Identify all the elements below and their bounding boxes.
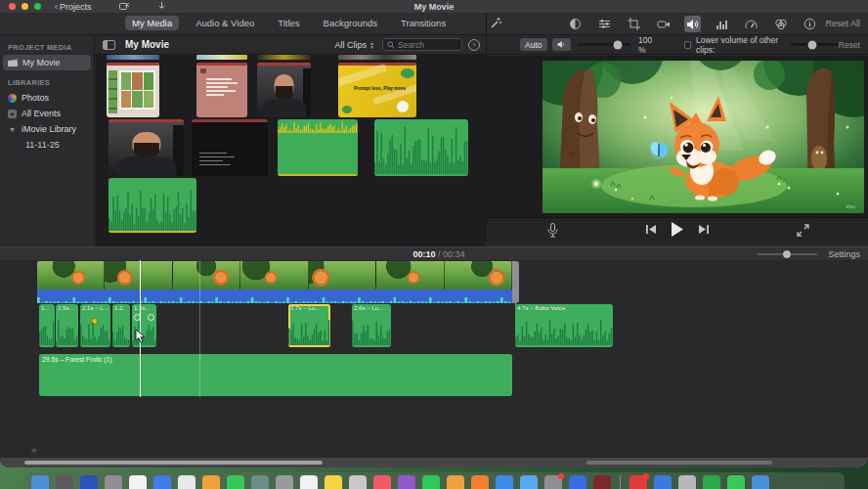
search-input[interactable]: Search <box>382 38 462 51</box>
dock-app-icon-10[interactable] <box>251 475 269 489</box>
color-balance-icon[interactable] <box>567 16 584 32</box>
audio-clip-3[interactable]: 2.1s – L... <box>80 304 110 347</box>
play-button[interactable] <box>671 222 684 237</box>
thumbnail-sliver[interactable] <box>257 55 311 60</box>
background-music-clip[interactable]: 29.5s – Forest Frolic (1) <box>39 354 512 396</box>
video-preview[interactable]: Veo <box>542 61 864 213</box>
volume-slider[interactable] <box>579 43 631 46</box>
disclosure-chevron-icon[interactable]: ▼ <box>8 126 17 133</box>
dock-app-icon-27[interactable] <box>678 475 696 489</box>
dock-app-icon-16[interactable] <box>398 475 415 489</box>
dock-app-icon-15[interactable] <box>373 475 391 489</box>
dock-app-icon-1[interactable] <box>31 475 49 489</box>
tab-audio-video[interactable]: Audio & Video <box>189 16 261 30</box>
color-correction-icon[interactable] <box>596 16 613 32</box>
dock-app-icon-22[interactable] <box>544 475 562 489</box>
record-voiceover-mic-icon[interactable] <box>547 223 558 238</box>
skip-forward-button[interactable] <box>698 224 709 235</box>
dock-app-icon-20[interactable] <box>496 475 513 489</box>
clip-info-icon[interactable] <box>802 16 818 32</box>
all-clips-filter[interactable]: All Clips ▲▼ <box>335 40 374 50</box>
thumbnail-sliver[interactable] <box>107 55 159 60</box>
dock-app-icon-17[interactable] <box>422 475 440 489</box>
volume-icon[interactable] <box>684 16 701 32</box>
video-audio-strip[interactable] <box>37 289 512 303</box>
timeline-zoom-slider[interactable] <box>757 253 817 255</box>
dock-app-icon-14[interactable] <box>349 475 367 489</box>
dock-app-icon-11[interactable] <box>276 475 293 489</box>
clip-filter-icon[interactable] <box>772 16 789 32</box>
sidebar-toggle-icon[interactable] <box>103 40 115 50</box>
volume-slider-knob[interactable] <box>614 40 623 49</box>
sidebar-item-my-movie[interactable]: My Movie <box>3 55 91 70</box>
skip-back-button[interactable] <box>646 224 657 235</box>
audio-clip-1[interactable]: 1... <box>39 304 55 347</box>
media-thumbnail-fox-grid[interactable] <box>107 63 159 117</box>
dock-app-icon-4[interactable] <box>105 475 122 489</box>
dock-app-icon-30[interactable] <box>752 475 769 489</box>
thumbnail-sliver[interactable] <box>196 55 247 60</box>
dock-app-icon-25[interactable] <box>629 475 647 489</box>
timeline-settings-button[interactable]: Settings <box>828 249 860 259</box>
media-thumbnail-promo[interactable]: Prompt less, Play more <box>338 63 416 117</box>
thumbnail-sliver[interactable] <box>338 55 416 60</box>
audio-clip-4[interactable]: 1.2. <box>112 304 130 347</box>
media-thumbnail-audio-2[interactable] <box>108 178 196 233</box>
clip-trim-handle[interactable] <box>512 261 519 303</box>
sidebar-item-imovie-library[interactable]: ▼ iMovie Library <box>0 121 94 137</box>
dock-app-icon-29[interactable] <box>727 475 745 489</box>
audio-clip-7[interactable]: 2.6s – Lu... <box>352 304 391 347</box>
media-thumbnail-presenter[interactable] <box>257 63 311 117</box>
tab-transitions[interactable]: Transitions <box>394 16 453 30</box>
dock-app-icon-19[interactable] <box>471 475 489 489</box>
dock-app-icon-24[interactable] <box>593 475 611 489</box>
sidebar-item-all-events[interactable]: ★ All Events <box>0 106 94 121</box>
dock-app-icon-3[interactable] <box>80 475 98 489</box>
timeline-zoom-knob[interactable] <box>783 250 791 258</box>
crop-icon[interactable] <box>626 16 642 32</box>
video-filmstrip[interactable] <box>37 261 512 289</box>
dock-app-icon-18[interactable] <box>447 475 464 489</box>
horizontal-scrollbar[interactable] <box>24 461 323 465</box>
tab-my-media[interactable]: My Media <box>125 16 179 30</box>
horizontal-scrollbar-secondary[interactable] <box>586 461 772 465</box>
audio-clip-2[interactable]: 1.5s... <box>56 304 78 347</box>
audio-clip-6-selected[interactable]: 2.7s – Lu... <box>288 304 330 347</box>
fullscreen-icon[interactable] <box>797 224 809 237</box>
lower-volume-checkbox[interactable] <box>684 41 691 49</box>
stabilization-icon[interactable] <box>655 16 672 32</box>
volume-reset-button[interactable]: Reset <box>839 40 860 50</box>
media-thumbnail-audio[interactable] <box>374 119 468 176</box>
dock-app-icon-9[interactable] <box>227 475 244 489</box>
content-navigation-icon[interactable]: › <box>468 39 480 51</box>
noise-reduction-eq-icon[interactable] <box>714 16 730 32</box>
dock-app-icon-6[interactable] <box>153 475 171 489</box>
media-thumbnail-terminal[interactable] <box>192 119 268 176</box>
dock-app-icon-7[interactable] <box>178 475 195 489</box>
tab-titles[interactable]: Titles <box>271 16 306 30</box>
lower-volume-slider[interactable] <box>791 43 838 46</box>
dock-app-icon-12[interactable] <box>300 475 318 489</box>
sidebar-item-event-date[interactable]: 11-11-25 <box>0 137 94 153</box>
audio-clip-bobo-voice[interactable]: 4.7s – Bobo Voice <box>515 304 613 347</box>
dock-app-icon-21[interactable] <box>520 475 538 489</box>
dock-app-icon-26[interactable] <box>654 475 672 489</box>
sidebar-item-photos[interactable]: Photos <box>0 90 94 106</box>
auto-enhance-wand-icon[interactable] <box>489 17 502 30</box>
dock-app-icon-8[interactable] <box>202 475 220 489</box>
tab-backgrounds[interactable]: Backgrounds <box>317 16 384 30</box>
media-thumbnail-document[interactable] <box>196 63 247 117</box>
reset-all-button[interactable]: Reset All <box>825 19 860 28</box>
dock-app-icon-2[interactable] <box>56 475 73 489</box>
dock-app-icon-23[interactable] <box>569 475 586 489</box>
auto-volume-button[interactable]: Auto <box>520 38 547 51</box>
dock-app-icon-5[interactable] <box>129 475 147 489</box>
dock-app-icon-13[interactable] <box>325 475 342 489</box>
media-thumbnail-presenter-2[interactable] <box>108 119 184 176</box>
media-thumbnail-audio-gold[interactable] <box>278 119 358 176</box>
dock-app-icon-28[interactable] <box>703 475 720 489</box>
mute-speaker-button[interactable] <box>552 38 571 51</box>
speed-icon[interactable] <box>743 16 760 32</box>
filmstrip-frame <box>445 261 512 289</box>
lower-volume-knob[interactable] <box>808 40 817 49</box>
